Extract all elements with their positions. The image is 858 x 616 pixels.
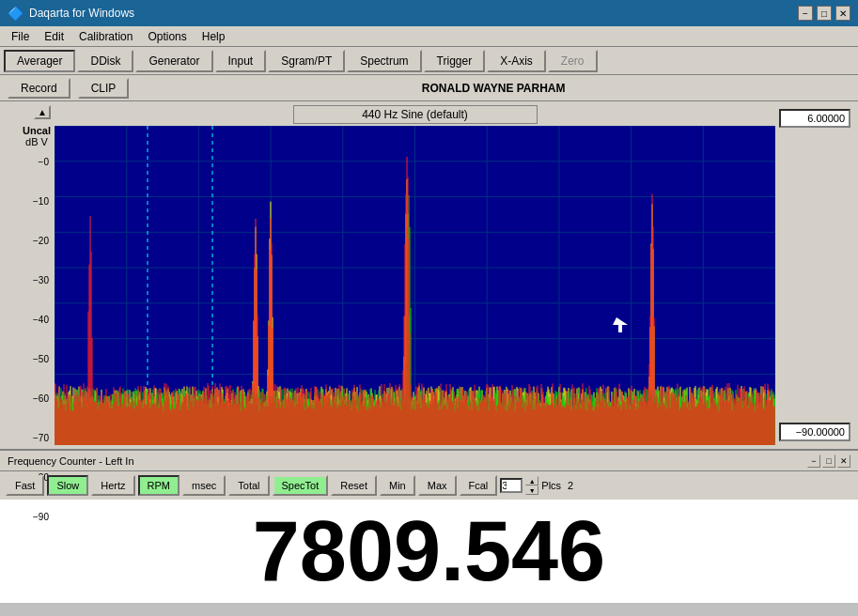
toolbar: Averager DDisk Generator Input Sgram/PT … xyxy=(0,47,858,75)
menu-edit[interactable]: Edit xyxy=(37,28,71,45)
freq-display: 7809.546 xyxy=(0,500,858,603)
tab-trigger[interactable]: Trigger xyxy=(424,50,486,72)
menu-file[interactable]: File xyxy=(4,28,37,45)
tab-zero[interactable]: Zero xyxy=(548,50,598,72)
menu-help[interactable]: Help xyxy=(195,28,233,45)
menu-calibration[interactable]: Calibration xyxy=(71,28,140,45)
tab-generator[interactable]: Generator xyxy=(135,50,212,72)
uncal-wrap: Uncal dB V xyxy=(23,125,51,147)
freq-panel-title: Frequency Counter - Left In − □ ✕ xyxy=(0,451,858,471)
scroll-arrow[interactable]: ▲ xyxy=(34,105,51,119)
menu-options[interactable]: Options xyxy=(140,28,194,45)
titlebar-controls[interactable]: − □ ✕ xyxy=(798,6,850,21)
freq-fast-btn[interactable]: Fast xyxy=(6,475,44,496)
freq-max-btn[interactable]: Max xyxy=(418,475,457,496)
toolbar2: Record CLIP RONALD WAYNE PARHAM xyxy=(0,75,858,101)
plcs-input[interactable] xyxy=(500,478,523,493)
minimize-button[interactable]: − xyxy=(798,6,813,21)
user-label: RONALD WAYNE PARHAM xyxy=(136,82,850,95)
y-tick-30: −30 xyxy=(33,275,51,315)
y-tick-70: −70 xyxy=(33,433,51,472)
freq-rpm-btn[interactable]: RPM xyxy=(138,475,179,496)
y-tick-50: −50 xyxy=(33,354,51,393)
top-value-display: 6.00000 xyxy=(779,109,850,128)
freq-panel: Frequency Counter - Left In − □ ✕ Fast S… xyxy=(0,449,858,603)
freq-panel-close[interactable]: ✕ xyxy=(837,454,850,468)
freq-total-btn[interactable]: Total xyxy=(228,475,269,496)
app-title: Daqarta for Windows xyxy=(29,7,134,20)
app-icon: 🔷 xyxy=(8,6,23,21)
freq-panel-minimize[interactable]: − xyxy=(807,454,820,468)
tab-ddisk[interactable]: DDisk xyxy=(77,50,133,72)
y-tick-0: −0 xyxy=(39,157,51,196)
freq-spectot-btn[interactable]: SpecTot xyxy=(273,475,329,496)
titlebar: 🔷 Daqarta for Windows − □ ✕ xyxy=(0,0,858,26)
tab-xaxis[interactable]: X-Axis xyxy=(487,50,546,72)
tab-sgrampt[interactable]: Sgram/PT xyxy=(268,50,345,72)
close-button[interactable]: ✕ xyxy=(835,6,850,21)
menubar: File Edit Calibration Options Help xyxy=(0,26,858,47)
main-area: ▲ Uncal dB V −0 −10 −20 −30 −40 −50 −60 … xyxy=(0,101,858,449)
signal-label: 440 Hz Sine (default) xyxy=(293,105,538,124)
chart-container: 440 Hz Sine (default) xyxy=(55,105,775,445)
y-tick-20: −20 xyxy=(33,236,51,275)
y-tick-90: −90 xyxy=(33,512,51,551)
tab-spectrum[interactable]: Spectrum xyxy=(347,50,421,72)
right-value: 2 xyxy=(568,480,573,491)
freq-msec-btn[interactable]: msec xyxy=(182,475,226,496)
plcs-down-btn[interactable]: ▼ xyxy=(525,485,538,495)
plcs-label: Plcs xyxy=(541,480,561,491)
plcs-up-btn[interactable]: ▲ xyxy=(525,476,538,485)
freq-value: 7809.546 xyxy=(253,503,605,600)
freq-hertz-btn[interactable]: Hertz xyxy=(91,475,134,496)
right-controls: 6.00000 −90.00000 xyxy=(779,105,854,445)
freq-fcal-btn[interactable]: Fcal xyxy=(460,475,498,496)
tab-input[interactable]: Input xyxy=(215,50,267,72)
uncal-label: Uncal xyxy=(23,125,51,136)
freq-reset-btn[interactable]: Reset xyxy=(331,475,377,496)
tab-averager[interactable]: Averager xyxy=(4,50,75,72)
freq-min-btn[interactable]: Min xyxy=(380,475,415,496)
freq-buttons: Fast Slow Hertz RPM msec Total SpecTot R… xyxy=(0,471,858,500)
freq-panel-title-text: Frequency Counter - Left In xyxy=(8,455,134,467)
freq-panel-maximize[interactable]: □ xyxy=(822,454,835,468)
y-tick-60: −60 xyxy=(33,393,51,433)
y-tick-10: −10 xyxy=(33,196,51,236)
unit-label: dB V xyxy=(25,136,48,147)
spectrum-canvas xyxy=(55,126,775,445)
titlebar-left: 🔷 Daqarta for Windows xyxy=(8,6,134,21)
freq-panel-title-controls[interactable]: − □ ✕ xyxy=(807,454,850,468)
spectrum-chart[interactable] xyxy=(55,126,775,445)
record-button[interactable]: Record xyxy=(8,78,70,99)
maximize-button[interactable]: □ xyxy=(817,6,832,21)
clip-button[interactable]: CLIP xyxy=(78,78,130,99)
y-tick-40: −40 xyxy=(33,315,51,354)
left-axis-area: ▲ Uncal dB V −0 −10 −20 −30 −40 −50 −60 … xyxy=(4,105,51,445)
freq-slow-btn[interactable]: Slow xyxy=(47,475,88,496)
bottom-value-display: −90.00000 xyxy=(779,423,850,441)
